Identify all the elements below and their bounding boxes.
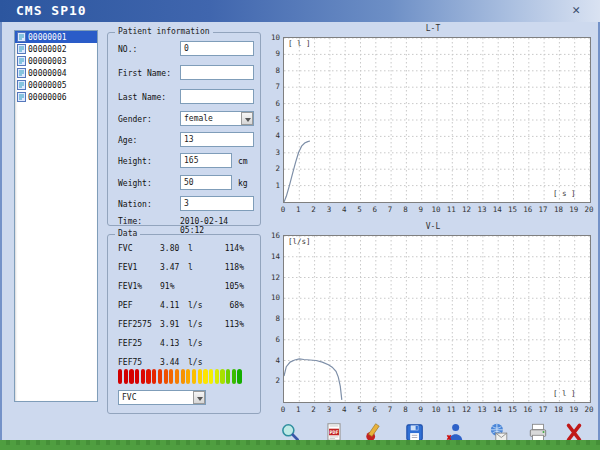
x-tick-label: 8	[398, 405, 412, 414]
y-tick-label: 9	[268, 49, 280, 58]
y-tick-label: 10	[268, 33, 280, 42]
list-item[interactable]: 00000005	[15, 79, 97, 91]
x-tick-label: 13	[475, 405, 489, 414]
row-weight: Weight: kg	[118, 175, 254, 191]
y-tick-label: 6	[268, 99, 280, 108]
nation-field[interactable]	[180, 196, 254, 211]
no-field[interactable]	[180, 41, 254, 56]
x-tick-label: 1	[291, 405, 305, 414]
y-tick-label: 12	[268, 273, 280, 282]
data-row-value: 3.80	[160, 244, 179, 253]
age-field[interactable]	[180, 132, 254, 147]
y-tick-label: 8	[268, 314, 280, 323]
data-row: FVC3.80l114%	[108, 244, 260, 260]
weight-field[interactable]	[180, 175, 232, 190]
data-row-percent: 105%	[204, 282, 244, 291]
parameter-combobox[interactable]	[118, 390, 206, 405]
data-row-percent: 113%	[204, 320, 244, 329]
svg-text:PDF: PDF	[330, 429, 339, 435]
x-tick-label: 19	[567, 405, 581, 414]
data-row-unit: l	[188, 244, 193, 253]
patient-list[interactable]: 00000001 00000002 00000003 00000004 0000…	[14, 30, 98, 402]
x-tick-label: 18	[551, 405, 565, 414]
list-item[interactable]: 00000004	[15, 67, 97, 79]
x-tick-label: 2	[307, 205, 321, 214]
desktop: CMS SP10 ✕ 00000001 00000002 00000003 00…	[0, 0, 600, 450]
data-row-percent: 118%	[204, 263, 244, 272]
colorbar-segment	[220, 369, 224, 384]
x-tick-label: 10	[429, 405, 443, 414]
data-row-unit: l/s	[188, 301, 202, 310]
x-tick-label: 7	[383, 405, 397, 414]
app-window: CMS SP10 ✕ 00000001 00000002 00000003 00…	[0, 0, 600, 445]
colorbar-segment	[232, 369, 236, 384]
height-label: Height:	[118, 157, 152, 166]
list-item-label: 00000005	[28, 81, 67, 90]
last-name-field[interactable]	[180, 89, 254, 104]
x-tick-label: 3	[322, 205, 336, 214]
colorbar-segment	[215, 369, 219, 384]
data-row-name: FEF75	[118, 358, 142, 367]
x-tick-label: 0	[276, 405, 290, 414]
list-item[interactable]: 00000006	[15, 91, 97, 103]
row-nation: Nation:	[118, 196, 254, 212]
x-tick-label: 0	[276, 205, 290, 214]
chart-plot-area	[283, 235, 591, 403]
colorbar-segment	[226, 369, 230, 384]
first-name-field[interactable]	[180, 65, 254, 80]
y-tick-label: 5	[268, 115, 280, 124]
x-tick-label: 4	[337, 405, 351, 414]
parameter-dropdown-button[interactable]	[193, 391, 205, 404]
gender-combobox[interactable]	[180, 111, 254, 126]
colorbar-segment	[141, 369, 145, 384]
list-item[interactable]: 00000003	[15, 55, 97, 67]
x-tick-label: 12	[460, 405, 474, 414]
no-label: NO.:	[118, 45, 137, 54]
chart-curve	[284, 359, 342, 400]
list-item[interactable]: 00000002	[15, 43, 97, 55]
y-tick-label: 16	[268, 231, 280, 240]
data-panel: Data FVC3.80l114%FEV13.47l118%FEV1%91%10…	[107, 234, 261, 414]
x-tick-label: 6	[368, 405, 382, 414]
desktop-strip	[0, 440, 600, 445]
y-tick-label: 2	[268, 164, 280, 173]
data-row-value: 3.47	[160, 263, 179, 272]
x-tick-label: 11	[444, 405, 458, 414]
x-tick-label: 12	[460, 205, 474, 214]
colorbar-segment	[169, 369, 173, 384]
y-tick-label: 4	[268, 356, 280, 365]
data-row-unit: l/s	[188, 320, 202, 329]
x-tick-label: 15	[506, 205, 520, 214]
x-tick-label: 3	[322, 405, 336, 414]
time-label: Time:	[118, 217, 142, 226]
row-no: NO.:	[118, 41, 254, 57]
patient-file-icon	[17, 44, 26, 54]
row-gender: Gender:	[118, 111, 254, 127]
x-tick-label: 7	[383, 205, 397, 214]
data-row-unit: l/s	[188, 358, 202, 367]
colorbar-segment	[146, 369, 150, 384]
title-bar: CMS SP10 ✕	[0, 0, 600, 22]
data-row-name: FVC	[118, 244, 132, 253]
list-item-label: 00000004	[28, 69, 67, 78]
colorbar-segment	[158, 369, 162, 384]
height-unit: cm	[238, 157, 248, 166]
data-row: PEF4.11l/s68%	[108, 301, 260, 317]
gender-dropdown-button[interactable]	[241, 112, 253, 125]
x-axis-unit-label: [ l ]	[553, 389, 576, 398]
height-field[interactable]	[180, 153, 232, 168]
volume-time-chart: L-T 012345678910111213141516171819201234…	[268, 24, 598, 218]
chart-curve	[284, 141, 310, 202]
first-name-label: First Name:	[118, 69, 171, 78]
list-item[interactable]: 00000001	[15, 31, 97, 43]
patient-info-panel: Patient information NO.: First Name: Las…	[107, 32, 261, 226]
x-tick-label: 10	[429, 205, 443, 214]
x-tick-label: 13	[475, 205, 489, 214]
severity-colorbar	[118, 369, 242, 384]
data-row-name: FEV1	[118, 263, 137, 272]
colorbar-segment	[175, 369, 179, 384]
list-item-label: 00000002	[28, 45, 67, 54]
colorbar-segment	[209, 369, 213, 384]
close-icon[interactable]: ✕	[572, 3, 580, 17]
list-item-label: 00000006	[28, 93, 67, 102]
